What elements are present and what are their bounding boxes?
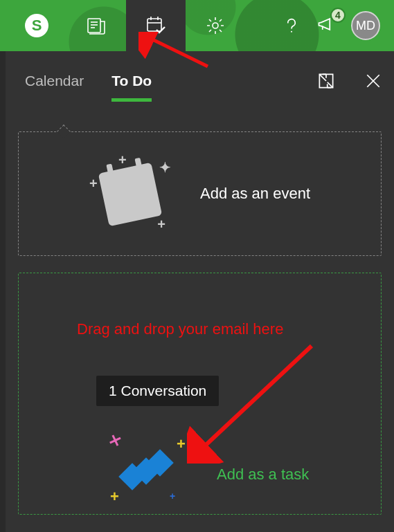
announcements-button[interactable]: 4 — [316, 15, 336, 37]
svg-rect-4 — [147, 19, 161, 31]
todo-button[interactable] — [126, 0, 186, 51]
help-icon[interactable] — [282, 16, 301, 35]
task-drop-label: Add as a task — [217, 466, 309, 484]
news-button[interactable] — [66, 0, 126, 51]
tab-calendar[interactable]: Calendar — [25, 68, 84, 93]
annotation-text: Drag and drop your email here — [77, 320, 283, 338]
calendar-check-icon — [145, 15, 167, 37]
event-drop-label: Add as an event — [200, 185, 310, 203]
settings-button[interactable] — [186, 0, 245, 51]
drag-chip[interactable]: 1 Conversation — [96, 376, 219, 406]
app-top-bar: S 4 MD — [0, 0, 394, 51]
tab-todo[interactable]: To Do — [111, 68, 152, 93]
news-icon — [85, 15, 107, 37]
add-task-dropzone[interactable]: Drag and drop your email here 1 Conversa… — [18, 273, 382, 515]
svg-point-9 — [291, 31, 292, 33]
dock-icon[interactable] — [316, 71, 336, 91]
avatar[interactable]: MD — [351, 11, 380, 40]
notification-badge: 4 — [330, 8, 346, 23]
todo-sparkle-icon: ✕ + + + — [102, 432, 199, 508]
my-day-panel: Calendar To Do + + ✦ + Add as an event D… — [6, 51, 394, 532]
svg-point-8 — [213, 23, 218, 28]
close-icon[interactable] — [364, 71, 383, 91]
svg-rect-0 — [88, 19, 100, 33]
calendar-sparkle-icon: + + ✦ + — [89, 152, 172, 235]
skype-button[interactable]: S — [7, 0, 66, 51]
add-event-dropzone[interactable]: + + ✦ + Add as an event — [18, 131, 382, 256]
panel-header: Calendar To Do — [6, 51, 394, 111]
skype-icon: S — [25, 14, 48, 37]
gear-icon — [204, 15, 226, 37]
